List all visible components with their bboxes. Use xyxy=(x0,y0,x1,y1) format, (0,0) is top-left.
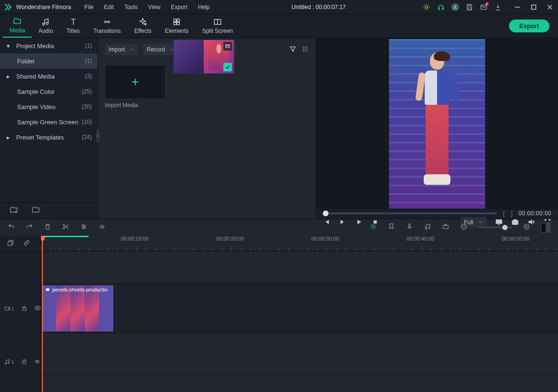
svg-point-0 xyxy=(425,6,428,8)
new-folder-icon[interactable] xyxy=(10,206,18,216)
window-close[interactable] xyxy=(546,3,554,11)
display-icon[interactable] xyxy=(495,218,503,227)
zoom-out-icon[interactable] xyxy=(460,223,468,232)
tab-media-label: Media xyxy=(10,27,25,34)
empty-track[interactable] xyxy=(41,251,558,284)
tips-icon[interactable] xyxy=(423,3,430,11)
grid-view-icon[interactable] xyxy=(301,45,309,54)
svg-rect-24 xyxy=(226,45,229,48)
svg-rect-52 xyxy=(445,224,447,226)
messages-icon[interactable] xyxy=(480,3,488,11)
tab-audio[interactable]: Audio xyxy=(32,14,60,38)
delete-icon[interactable] xyxy=(44,223,51,232)
marker-icon[interactable] xyxy=(388,223,395,232)
undo-icon[interactable] xyxy=(8,223,15,232)
zoom-in-icon[interactable] xyxy=(523,223,530,232)
save-icon[interactable] xyxy=(466,3,473,11)
sidebar-footer xyxy=(0,202,98,219)
import-media-tile[interactable]: + Import Media xyxy=(105,65,166,109)
support-icon[interactable] xyxy=(437,3,445,11)
svg-rect-4 xyxy=(532,5,536,9)
menu-help[interactable]: Help xyxy=(193,2,215,12)
menu-view[interactable]: View xyxy=(143,2,165,12)
lock-icon[interactable] xyxy=(21,358,28,366)
filter-icon[interactable] xyxy=(289,45,297,54)
scrub-track[interactable] xyxy=(323,212,497,214)
video-track[interactable]: pexels-shvets-productio xyxy=(41,284,558,333)
play-button[interactable] xyxy=(355,218,363,227)
tab-split-label: Split Screen xyxy=(202,28,233,34)
app-logo-icon xyxy=(4,3,12,11)
track-head-audio[interactable]: 1 xyxy=(0,349,40,375)
video-clip[interactable]: pexels-shvets-productio xyxy=(42,285,113,332)
mute-icon[interactable] xyxy=(34,358,41,366)
zoom-slider[interactable] xyxy=(478,227,512,228)
adjust-icon[interactable] xyxy=(80,223,88,232)
sidebar-item-project-media[interactable]: ▾ Project Media (1) xyxy=(0,38,98,53)
duplicate-track-icon[interactable] xyxy=(7,239,14,248)
menu-edit[interactable]: Edit xyxy=(100,2,119,12)
mark-out-icon[interactable]: } xyxy=(510,210,513,217)
tab-effects-label: Effects xyxy=(134,28,151,34)
tab-effects[interactable]: Effects xyxy=(128,14,158,38)
window-maximize[interactable] xyxy=(529,3,538,11)
mixer-icon[interactable] xyxy=(424,223,431,232)
media-sidebar: ▾ Project Media (1) Folder (1) ▸ Shared … xyxy=(0,38,98,219)
svg-point-31 xyxy=(63,224,65,226)
export-button[interactable]: Export xyxy=(509,20,549,32)
render-icon[interactable] xyxy=(369,223,377,232)
used-badge-icon xyxy=(223,63,232,71)
menu-file[interactable]: File xyxy=(80,2,98,12)
track-head-video[interactable]: 1 xyxy=(0,284,40,333)
mark-in-icon[interactable]: { xyxy=(503,210,505,217)
audio-edit-icon[interactable] xyxy=(98,223,106,232)
voiceover-icon[interactable] xyxy=(406,223,413,232)
timeline-split-view[interactable] xyxy=(541,223,550,232)
gap-track[interactable] xyxy=(41,333,558,349)
prev-frame-button[interactable] xyxy=(323,218,330,227)
next-frame-button[interactable] xyxy=(339,218,347,227)
sidebar-item-sample-color[interactable]: Sample Color (25) xyxy=(0,84,98,99)
link-icon[interactable] xyxy=(23,239,30,248)
open-folder-icon[interactable] xyxy=(31,206,40,216)
tab-titles[interactable]: Titles xyxy=(60,14,86,38)
menu-tools[interactable]: Tools xyxy=(120,2,142,12)
tab-split-screen[interactable]: Split Screen xyxy=(195,14,239,38)
svg-point-38 xyxy=(83,228,84,229)
sidebar-item-shared-media[interactable]: ▸ Shared Media (3) xyxy=(0,69,98,84)
media-clip-tile[interactable]: Instagram Reels xyxy=(173,65,234,109)
keyframe-icon[interactable] xyxy=(442,223,449,232)
preview-canvas[interactable] xyxy=(316,38,558,210)
import-dropdown[interactable]: Import xyxy=(105,44,138,55)
timeline-gutter: 1 1 xyxy=(0,236,41,392)
redo-icon[interactable] xyxy=(26,223,33,232)
timeline-tracks[interactable]: 00:00:10:0000:00:20:0000:00:30:0000:00:4… xyxy=(41,236,558,392)
svg-point-20 xyxy=(307,49,308,50)
timeline-ruler[interactable]: 00:00:10:0000:00:20:0000:00:30:0000:00:4… xyxy=(41,236,558,251)
sidebar-item-sample-video[interactable]: Sample Video (20) xyxy=(0,99,98,114)
playhead[interactable] xyxy=(42,236,43,392)
sidebar-item-sample-green-screen[interactable]: Sample Green Screen (10) xyxy=(0,114,98,130)
visibility-icon[interactable] xyxy=(34,305,41,312)
tab-elements-label: Elements xyxy=(165,28,189,34)
snapshot-icon[interactable] xyxy=(511,218,519,227)
preview-scrub-bar: { } 00:00:00:00 xyxy=(316,210,558,217)
lock-icon[interactable] xyxy=(21,305,28,312)
svg-rect-51 xyxy=(443,225,448,229)
window-minimize[interactable] xyxy=(513,3,522,11)
account-icon[interactable] xyxy=(451,3,459,11)
panel-resize-handle[interactable] xyxy=(96,129,100,143)
tab-elements[interactable]: Elements xyxy=(158,14,195,38)
tab-media[interactable]: Media xyxy=(3,14,32,38)
video-badge-icon xyxy=(223,42,232,50)
menu-export[interactable]: Export xyxy=(166,2,192,12)
sidebar-item-preset-templates[interactable]: ▸ Preset Templates (24) xyxy=(0,130,98,145)
sidebar-item-folder[interactable]: Folder (1) xyxy=(0,53,98,69)
download-icon[interactable] xyxy=(494,3,502,11)
tab-transitions[interactable]: Transitions xyxy=(87,14,128,38)
audio-track[interactable] xyxy=(41,349,558,375)
split-icon[interactable] xyxy=(62,223,70,232)
svg-rect-58 xyxy=(8,241,12,245)
empty-track-2[interactable] xyxy=(41,375,558,392)
plus-icon: + xyxy=(131,74,139,90)
